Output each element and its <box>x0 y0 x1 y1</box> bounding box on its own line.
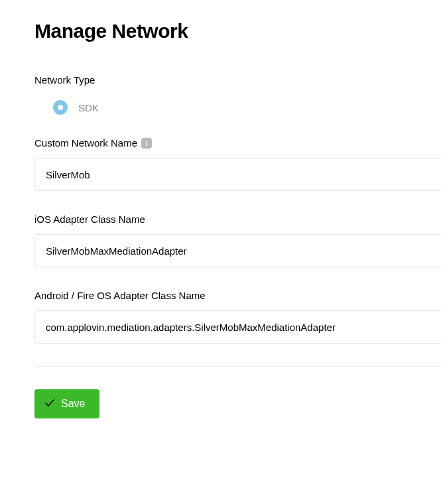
network-type-label: Network Type <box>34 74 441 86</box>
network-type-section: Network Type SDK <box>34 74 441 115</box>
ios-adapter-input[interactable] <box>34 234 441 267</box>
radio-selected-icon <box>53 100 68 115</box>
network-type-option-label: SDK <box>78 102 99 113</box>
info-icon[interactable]: i <box>141 138 152 149</box>
save-button[interactable]: Save <box>34 389 99 418</box>
ios-adapter-label: iOS Adapter Class Name <box>34 214 441 225</box>
android-adapter-input[interactable] <box>34 310 441 344</box>
page-title: Manage Network <box>34 20 441 42</box>
custom-network-name-section: Custom Network Name i <box>34 137 441 191</box>
custom-network-name-label: Custom Network Name i <box>34 137 441 149</box>
custom-network-name-input[interactable] <box>34 158 441 191</box>
network-type-radio-row[interactable]: SDK <box>34 100 441 115</box>
android-adapter-section: Android / Fire OS Adapter Class Name <box>34 290 441 344</box>
check-icon <box>45 399 54 409</box>
android-adapter-label: Android / Fire OS Adapter Class Name <box>34 290 441 301</box>
ios-adapter-section: iOS Adapter Class Name <box>34 214 441 267</box>
divider <box>34 366 441 367</box>
custom-network-name-label-text: Custom Network Name <box>34 137 137 149</box>
save-button-label: Save <box>61 398 85 410</box>
